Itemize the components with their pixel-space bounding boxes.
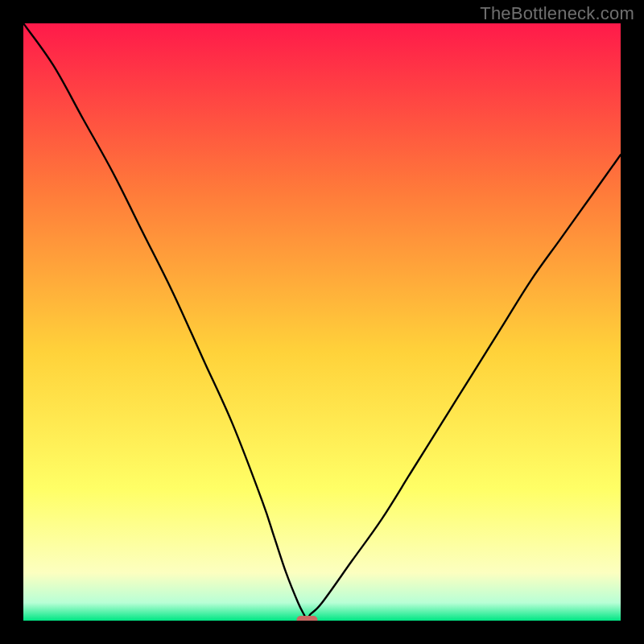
watermark-text: TheBottleneck.com: [480, 3, 634, 24]
plot-area: [23, 23, 621, 621]
chart-frame: TheBottleneck.com: [0, 0, 644, 644]
optimal-marker: [296, 616, 317, 621]
chart-svg: [23, 23, 621, 621]
gradient-background: [23, 23, 621, 621]
